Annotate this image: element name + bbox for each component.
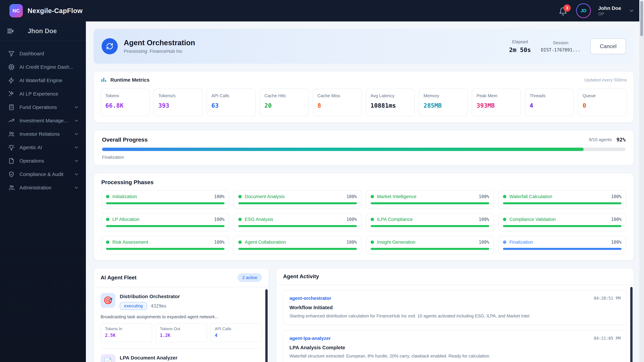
metric-card-cache-miss: Cache Miss8 — [313, 88, 362, 116]
notifications-button[interactable]: 3 — [559, 6, 569, 16]
phase-progress-fill — [503, 225, 622, 227]
stat-value: 2.5K — [105, 333, 148, 338]
sidebar-item-ai-lp-experience[interactable]: AI LP Experience — [0, 87, 86, 100]
sidebar-item-investor-relations[interactable]: Investor Relations — [0, 127, 86, 141]
top-header: NC Nexgile-CapFlow 3 JD John Doe GP — [0, 0, 644, 21]
phase-label: Insight Generation — [377, 240, 479, 245]
metric-label: API Calls — [211, 93, 251, 98]
sidebar-item-label: AI Waterfall Engine — [20, 78, 79, 83]
phase-percent: 100% — [346, 217, 357, 222]
chevron-down-icon — [74, 145, 79, 150]
avatar-initials: JD — [580, 8, 586, 13]
sidebar-item-administration[interactable]: Administration — [0, 181, 86, 194]
sidebar-item-compliance-audit[interactable]: Compliance & Audit — [0, 168, 86, 181]
phase-card-insight-generation: Insight Generation100% — [366, 236, 494, 254]
phase-label: Finalization — [509, 240, 611, 245]
phase-card-lp-allocation: LP Allocation100% — [101, 213, 229, 231]
phase-percent: 100% — [479, 194, 489, 199]
chevron-down-icon — [74, 118, 79, 123]
activity-entry: agent-orchestrator 04:20:51 PM Workflow … — [283, 290, 627, 325]
agent-name: Distribution Orchestrator — [120, 294, 180, 299]
phase-percent: 100% — [479, 217, 489, 222]
page-scrollbar[interactable] — [639, 0, 644, 362]
overall-progress-percent: 92% — [616, 137, 626, 143]
funnel-icon — [8, 50, 15, 57]
sidebar-collapse-icon[interactable] — [7, 27, 14, 35]
phase-card-risk-assessment: Risk Assessment100% — [101, 236, 229, 254]
phases-grid: Initialization100% Document Analysis100%… — [101, 190, 626, 254]
phase-status-dot — [106, 195, 109, 198]
processing-phases-card: Processing Phases Initialization100% Doc… — [94, 173, 634, 261]
phase-progress-track — [371, 248, 489, 250]
activity-scrollbar-thumb[interactable] — [630, 287, 632, 362]
elapsed-block: Elapsed 2m 50s — [509, 39, 531, 53]
stat-tokens-in: Tokens In2.5K — [100, 323, 152, 342]
phase-progress-track — [106, 202, 224, 204]
stat-label: API Calls — [215, 327, 258, 331]
chevron-down-icon — [74, 172, 79, 177]
agent-duration: 4329ms — [151, 304, 166, 309]
phase-progress-track — [371, 225, 489, 227]
metric-value: 66.8K — [105, 102, 145, 109]
metric-label: Tokens — [105, 93, 145, 98]
phase-status-dot — [371, 218, 374, 221]
people-icon — [8, 184, 15, 191]
activity-list: agent-orchestrator 04:20:51 PM Workflow … — [276, 285, 634, 362]
sidebar-item-ai-waterfall-engine[interactable]: AI Waterfall Engine — [0, 74, 86, 87]
metric-card-tokens: Tokens66.8K — [100, 88, 150, 116]
phase-card-compliance-validation: Compliance Validation100% — [498, 213, 626, 231]
status-badge: executing — [120, 302, 147, 310]
metric-label: Cache Hits — [264, 93, 304, 98]
phase-progress-track — [238, 248, 357, 250]
sidebar-nav: Dashboard AI Credit Engine Dash... AI Wa… — [0, 41, 86, 200]
phase-percent: 100% — [611, 240, 622, 245]
chevron-down-icon — [74, 105, 79, 110]
metric-value: 10881ms — [370, 102, 410, 109]
metrics-row: Tokens66.8K Tokens/s393 API Calls63 Cach… — [100, 88, 627, 116]
stat-value: 4 — [215, 333, 258, 338]
stat-tokens-out: Tokens Out1.2K — [156, 323, 207, 342]
fleet-scrollbar-thumb[interactable] — [265, 289, 268, 362]
sidebar-item-operations[interactable]: Operations — [0, 154, 86, 168]
phase-label: Agent Collaboration — [245, 240, 346, 245]
sidebar-item-label: Dashboard — [20, 51, 79, 56]
agent-activity-panel: Agent Activity agent-orchestrator 04:20:… — [276, 268, 634, 362]
sidebar-item-agentic-ai[interactable]: Agentic AI — [0, 141, 86, 154]
phase-progress-fill — [238, 225, 357, 227]
metric-value: 20 — [264, 102, 304, 109]
page-scrollbar-thumb[interactable] — [640, 1, 643, 36]
activity-timestamp: 04:20:51 PM — [594, 296, 620, 301]
user-menu[interactable]: John Doe GP — [598, 5, 621, 16]
chevron-down-icon — [74, 131, 79, 137]
overall-progress-track — [102, 148, 626, 151]
sidebar-item-fund-operations[interactable]: Fund Operations — [0, 100, 86, 114]
metric-value: 393 — [158, 102, 198, 109]
cancel-button[interactable]: Cancel — [590, 38, 626, 54]
sidebar-item-investment-management[interactable]: Investment Manage... — [0, 114, 86, 127]
overall-progress-card: Overall Progress 8/10 agents 92% Finaliz… — [94, 130, 634, 166]
sidebar-item-ai-credit-engine[interactable]: AI Credit Engine Dash... — [0, 60, 86, 74]
chevron-down-icon[interactable] — [628, 8, 634, 14]
phase-percent: 100% — [479, 240, 489, 245]
metric-label: Memory — [424, 93, 463, 98]
metrics-title: Runtime Metrics — [110, 77, 150, 83]
activity-event-title: Workflow Initiated — [290, 305, 620, 310]
sidebar-item-dashboard[interactable]: Dashboard — [0, 47, 86, 60]
sidebar-item-label: Fund Operations — [20, 104, 74, 110]
metric-card-cache-hits: Cache Hits20 — [260, 88, 309, 116]
phase-progress-track — [503, 225, 622, 227]
phase-progress-fill — [238, 248, 357, 250]
phase-percent: 100% — [214, 240, 224, 245]
phase-progress-fill — [371, 248, 489, 250]
ai-agent-fleet-panel: AI Agent Fleet 2 active 🎯 Distribution O… — [94, 268, 269, 362]
phase-progress-fill — [238, 202, 357, 204]
avatar[interactable]: JD — [576, 3, 591, 18]
trending-up-icon — [8, 117, 15, 124]
sidebar-item-label: AI Credit Engine Dash... — [20, 64, 79, 70]
activity-event-description: Waterfall structure extracted: European,… — [290, 353, 620, 359]
chevron-down-icon — [74, 158, 79, 164]
phase-label: Initialization — [112, 194, 214, 199]
activity-agent-name: agent-lpa-analyzer — [290, 336, 331, 341]
phase-status-dot — [371, 241, 374, 244]
metric-label: Threads — [530, 93, 569, 98]
